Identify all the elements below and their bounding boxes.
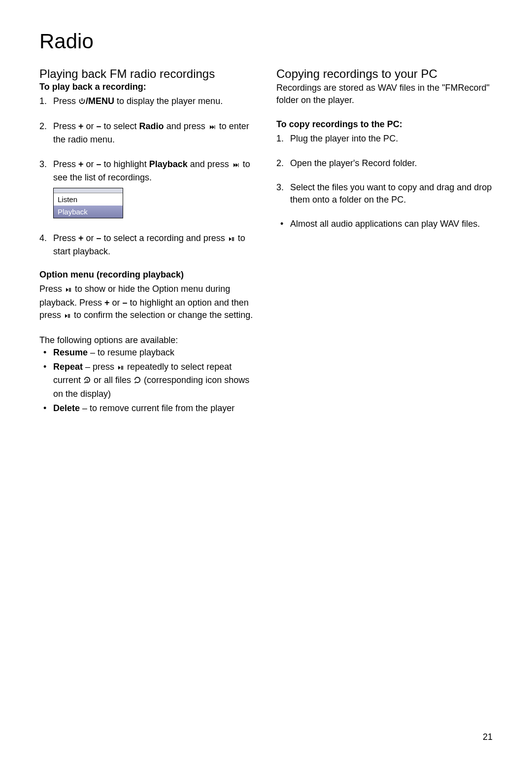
option-repeat: Repeat – press repeatedly to select repe… bbox=[39, 361, 256, 400]
option-delete: Delete – to remove current file from the… bbox=[39, 402, 256, 415]
step-2: Press + or – to select Radio and press t… bbox=[39, 120, 256, 146]
menu-item-listen: Listen bbox=[54, 193, 123, 206]
play-pause-icon bbox=[228, 233, 235, 245]
heading-to-play-back: To play back a recording: bbox=[39, 82, 256, 92]
page-number: 21 bbox=[483, 732, 493, 742]
power-icon bbox=[78, 96, 86, 108]
copy-step-3: Select the files you want to copy and dr… bbox=[276, 181, 493, 206]
copy-step-1: Plug the player into the PC. bbox=[276, 133, 493, 145]
play-pause-icon bbox=[117, 362, 125, 374]
wav-note: Almost all audio applications can play W… bbox=[276, 218, 493, 230]
step-1: Press /MENU to display the player menu. bbox=[39, 95, 256, 108]
section-title-playback: Playing back FM radio recordings bbox=[39, 67, 256, 81]
option-menu-paragraph: Press to show or hide the Option menu du… bbox=[39, 283, 256, 322]
menu-item-playback: Playback bbox=[54, 206, 123, 218]
heading-option-menu: Option menu (recording playback) bbox=[39, 270, 256, 280]
fast-forward-icon bbox=[232, 159, 240, 172]
section-title-copying: Copying recordings to your PC bbox=[276, 67, 493, 81]
repeat-one-icon bbox=[83, 375, 91, 387]
step-3: Press + or – to highlight Playback and p… bbox=[39, 158, 256, 184]
option-resume: Resume – to resume playback bbox=[39, 347, 256, 359]
play-pause-icon bbox=[65, 284, 72, 296]
options-intro: The following options are available: bbox=[39, 334, 256, 347]
play-pause-icon bbox=[64, 310, 71, 322]
main-title: Radio bbox=[39, 30, 493, 53]
copy-step-2: Open the player's Record folder. bbox=[276, 157, 493, 170]
repeat-all-icon bbox=[133, 375, 141, 387]
menu-screenshot: Listen Playback bbox=[53, 188, 123, 218]
copy-intro: Recordings are stored as WAV files in th… bbox=[276, 82, 493, 106]
step-4: Press + or – to select a recording and p… bbox=[39, 232, 256, 258]
heading-to-copy: To copy recordings to the PC: bbox=[276, 119, 493, 130]
fast-forward-icon bbox=[208, 121, 217, 134]
